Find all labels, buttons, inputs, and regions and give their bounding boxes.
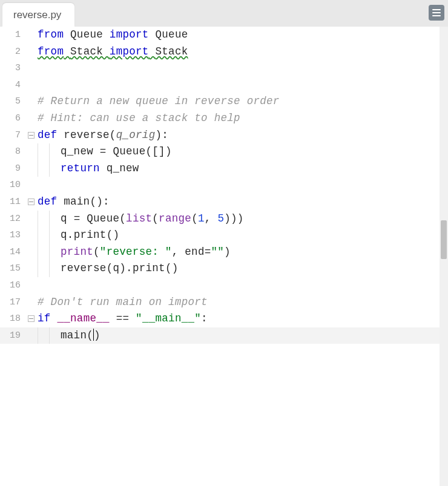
code-text[interactable]: # Don't run main on import <box>38 294 208 311</box>
editor-area: 1from Queue import Queue2from Stack impo… <box>0 27 448 486</box>
indent-guides <box>38 211 61 228</box>
line-number: 14 <box>0 244 28 261</box>
line-number: 18 <box>0 310 28 327</box>
line-number: 15 <box>0 260 28 277</box>
vertical-scrollbar[interactable] <box>440 27 448 486</box>
text-caret <box>93 329 94 341</box>
code-text[interactable]: from Stack import Stack <box>38 44 188 61</box>
code-text[interactable]: def main(): <box>38 194 110 211</box>
code-line-11[interactable]: 11def main(): <box>0 194 440 211</box>
line-number: 17 <box>0 294 28 311</box>
line-number: 7 <box>0 127 28 144</box>
code-line-2[interactable]: 2from Stack import Stack <box>0 44 440 61</box>
line-number: 12 <box>0 211 28 228</box>
line-number: 10 <box>0 177 28 194</box>
file-tab[interactable]: reverse.py <box>2 3 74 27</box>
line-number: 16 <box>0 277 28 294</box>
code-text[interactable]: q = Queue(list(range(1, 5))) <box>61 211 244 228</box>
line-number: 13 <box>0 227 28 244</box>
code-line-19[interactable]: 19main() <box>0 327 440 344</box>
fold-toggle-icon[interactable] <box>28 132 35 139</box>
indent-guides <box>38 160 61 177</box>
indent-guides <box>38 227 61 244</box>
line-number: 1 <box>0 27 28 44</box>
code-text[interactable]: return q_new <box>61 160 139 177</box>
code-line-4[interactable]: 4 <box>0 77 440 94</box>
code-text[interactable]: # Hint: can use a stack to help <box>38 110 240 127</box>
code-line-9[interactable]: 9return q_new <box>0 160 440 177</box>
fold-toggle-icon[interactable] <box>28 315 35 322</box>
code-line-16[interactable]: 16 <box>0 277 440 294</box>
code-line-13[interactable]: 13q.print() <box>0 227 440 244</box>
line-number: 9 <box>0 160 28 177</box>
menu-icon[interactable] <box>429 5 444 21</box>
code-text[interactable]: # Return a new queue in reverse order <box>38 93 280 110</box>
code-line-6[interactable]: 6# Hint: can use a stack to help <box>0 110 440 127</box>
line-number: 6 <box>0 110 28 127</box>
code-line-5[interactable]: 5# Return a new queue in reverse order <box>0 93 440 110</box>
code-text[interactable]: def reverse(q_orig): <box>38 127 168 144</box>
line-number: 8 <box>0 143 28 160</box>
code-line-1[interactable]: 1from Queue import Queue <box>0 27 440 44</box>
code-line-10[interactable]: 10 <box>0 177 440 194</box>
line-number: 19 <box>0 327 28 344</box>
code-text[interactable]: if __name__ == "__main__": <box>38 310 208 327</box>
code-text[interactable]: from Queue import Queue <box>38 27 188 44</box>
line-number: 2 <box>0 44 28 61</box>
code-text[interactable]: q.print() <box>61 227 119 244</box>
tab-bar: reverse.py <box>0 0 448 27</box>
indent-guides <box>38 143 61 160</box>
tabbar-actions <box>429 5 444 21</box>
line-number: 5 <box>0 93 28 110</box>
code-line-17[interactable]: 17# Don't run main on import <box>0 294 440 311</box>
code-text[interactable]: main() <box>61 327 100 344</box>
line-number: 11 <box>0 194 28 211</box>
code-line-7[interactable]: 7def reverse(q_orig): <box>0 127 440 144</box>
indent-guides <box>38 244 61 261</box>
code-line-3[interactable]: 3 <box>0 60 440 77</box>
fold-toggle-icon[interactable] <box>28 199 35 205</box>
line-number: 4 <box>0 77 28 94</box>
code-line-18[interactable]: 18if __name__ == "__main__": <box>0 310 440 327</box>
scrollbar-thumb[interactable] <box>441 220 447 259</box>
code-editor[interactable]: 1from Queue import Queue2from Stack impo… <box>0 27 440 486</box>
code-text[interactable]: q_new = Queue([]) <box>61 143 172 160</box>
code-line-8[interactable]: 8q_new = Queue([]) <box>0 143 440 160</box>
indent-guides <box>38 327 61 344</box>
code-line-14[interactable]: 14print("reverse: ", end="") <box>0 244 440 261</box>
indent-guides <box>38 260 61 277</box>
line-number: 3 <box>0 60 28 77</box>
code-text[interactable]: print("reverse: ", end="") <box>61 244 231 261</box>
code-text[interactable]: reverse(q).print() <box>61 260 179 277</box>
editor-app: reverse.py 1from Queue import Queue2from… <box>0 0 448 486</box>
code-line-15[interactable]: 15reverse(q).print() <box>0 260 440 277</box>
code-line-12[interactable]: 12q = Queue(list(range(1, 5))) <box>0 211 440 228</box>
